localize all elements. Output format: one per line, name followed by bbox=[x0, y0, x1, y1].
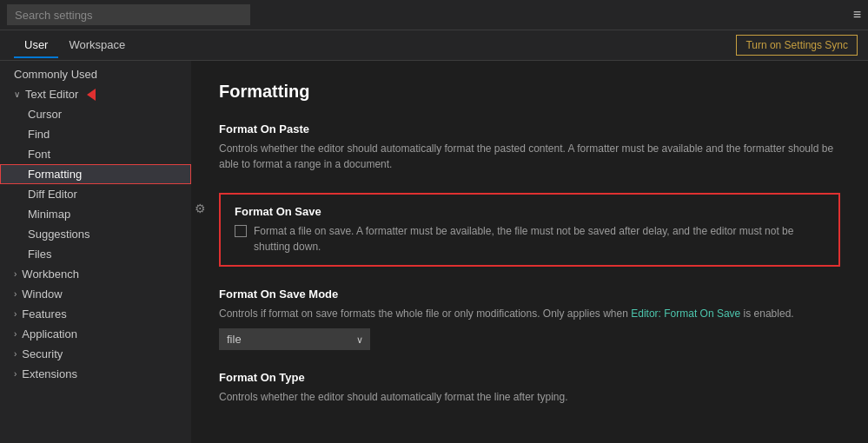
main-layout: Commonly Used ∨ Text Editor Cursor Find … bbox=[0, 61, 868, 443]
chevron-right-icon: › bbox=[14, 369, 17, 379]
tab-user[interactable]: User bbox=[14, 33, 58, 58]
setting-label: Format On Save bbox=[235, 205, 825, 218]
sidebar-item-label: Cursor bbox=[28, 108, 62, 121]
content-area: Formatting Format On Paste Controls whet… bbox=[191, 61, 868, 443]
sidebar-item-security[interactable]: › Security bbox=[0, 344, 191, 364]
chevron-right-icon: › bbox=[14, 329, 17, 339]
sidebar-item-label: Font bbox=[28, 148, 50, 161]
tab-workspace[interactable]: Workspace bbox=[58, 33, 136, 58]
sidebar-item-font[interactable]: Font bbox=[0, 144, 191, 164]
sidebar: Commonly Used ∨ Text Editor Cursor Find … bbox=[0, 61, 191, 443]
chevron-right-icon: › bbox=[14, 269, 17, 279]
sidebar-item-minimap[interactable]: Minimap bbox=[0, 204, 191, 224]
setting-format-on-type: Format On Type Controls whether the edit… bbox=[219, 371, 840, 405]
format-on-save-mode-select[interactable]: file modifications modificationsIfAvaila… bbox=[219, 328, 370, 350]
sidebar-item-label: Suggestions bbox=[28, 228, 90, 241]
sidebar-item-label: Workbench bbox=[22, 268, 79, 281]
sidebar-item-label: Formatting bbox=[28, 168, 82, 181]
gear-icon[interactable]: ⚙ bbox=[195, 202, 206, 215]
checkbox-row: Format a file on save. A formatter must … bbox=[235, 223, 825, 255]
setting-label: Format On Save Mode bbox=[219, 288, 840, 301]
setting-description: Controls whether the editor should autom… bbox=[219, 141, 840, 172]
tab-bar: User Workspace Turn on Settings Sync bbox=[0, 30, 868, 61]
format-on-save-box: Format On Save Format a file on save. A … bbox=[219, 193, 840, 267]
sync-button[interactable]: Turn on Settings Sync bbox=[736, 35, 858, 56]
sidebar-item-formatting[interactable]: Formatting bbox=[0, 164, 191, 184]
sidebar-item-label: Text Editor bbox=[25, 88, 78, 101]
setting-label: Format On Type bbox=[219, 371, 840, 384]
sidebar-item-label: Find bbox=[28, 128, 50, 141]
sidebar-item-files[interactable]: Files bbox=[0, 244, 191, 264]
sidebar-item-window[interactable]: › Window bbox=[0, 284, 191, 304]
top-bar: ≡ bbox=[0, 0, 868, 30]
sidebar-item-diff-editor[interactable]: Diff Editor bbox=[0, 184, 191, 204]
setting-description: Controls whether the editor should autom… bbox=[219, 389, 840, 405]
sidebar-item-workbench[interactable]: › Workbench bbox=[0, 264, 191, 284]
checkbox-description: Format a file on save. A formatter must … bbox=[254, 223, 825, 255]
sidebar-item-suggestions[interactable]: Suggestions bbox=[0, 224, 191, 244]
chevron-down-icon: ∨ bbox=[14, 89, 20, 99]
arrow-indicator bbox=[87, 89, 96, 101]
setting-format-on-paste: Format On Paste Controls whether the edi… bbox=[219, 122, 840, 172]
sidebar-item-label: Extensions bbox=[22, 367, 77, 380]
hamburger-icon[interactable]: ≡ bbox=[853, 7, 861, 23]
sidebar-item-label: Commonly Used bbox=[14, 68, 97, 81]
select-wrapper: file modifications modificationsIfAvaila… bbox=[219, 328, 370, 350]
sidebar-item-application[interactable]: › Application bbox=[0, 324, 191, 344]
sidebar-item-label: Features bbox=[22, 307, 66, 321]
format-on-save-checkbox[interactable] bbox=[235, 225, 247, 237]
setting-format-on-save-mode: Format On Save Mode Controls if format o… bbox=[219, 288, 840, 350]
format-on-save-wrapper: ⚙ Format On Save Format a file on save. … bbox=[219, 193, 840, 267]
sidebar-item-extensions[interactable]: › Extensions bbox=[0, 364, 191, 384]
sidebar-item-label: Window bbox=[22, 288, 62, 301]
sidebar-item-find[interactable]: Find bbox=[0, 124, 191, 144]
description-suffix: is enabled. bbox=[740, 307, 793, 320]
sidebar-item-label: Application bbox=[22, 327, 77, 341]
sidebar-item-text-editor[interactable]: ∨ Text Editor bbox=[0, 84, 191, 104]
setting-description: Controls if format on save formats the w… bbox=[219, 306, 840, 321]
dropdown-wrapper: file modifications modificationsIfAvaila… bbox=[219, 328, 840, 350]
sidebar-item-commonly-used[interactable]: Commonly Used bbox=[0, 64, 191, 84]
search-input[interactable] bbox=[7, 4, 250, 25]
setting-label: Format On Paste bbox=[219, 122, 840, 136]
description-prefix: Controls if format on save formats the w… bbox=[219, 307, 631, 320]
sidebar-item-label: Minimap bbox=[28, 208, 70, 221]
sidebar-item-features[interactable]: › Features bbox=[0, 304, 191, 324]
chevron-right-icon: › bbox=[14, 309, 17, 319]
sidebar-item-label: Security bbox=[22, 347, 63, 360]
format-on-save-link[interactable]: Editor: Format On Save bbox=[631, 307, 740, 320]
sidebar-item-cursor[interactable]: Cursor bbox=[0, 104, 191, 124]
sidebar-item-label: Diff Editor bbox=[28, 188, 77, 201]
chevron-right-icon: › bbox=[14, 349, 17, 359]
sidebar-item-label: Files bbox=[28, 248, 51, 261]
chevron-right-icon: › bbox=[14, 289, 17, 299]
page-title: Formatting bbox=[219, 82, 840, 102]
